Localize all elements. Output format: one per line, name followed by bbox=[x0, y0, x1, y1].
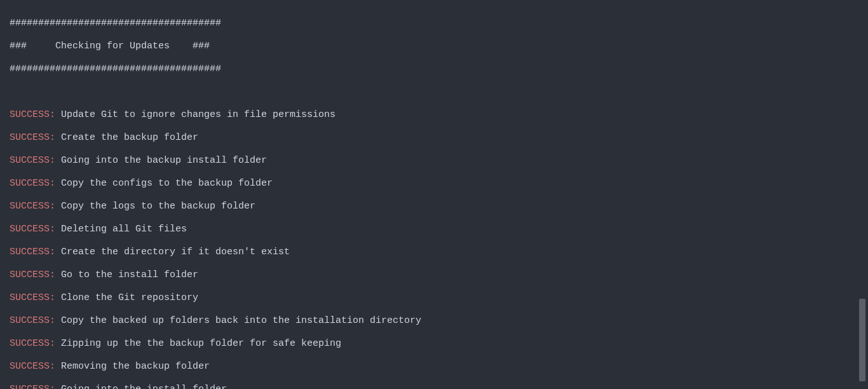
success-label: SUCCESS: bbox=[10, 338, 55, 349]
success-label: SUCCESS: bbox=[10, 247, 55, 257]
terminal-output: ##################################### ##… bbox=[10, 6, 858, 389]
success-message: Removing the backup folder bbox=[55, 361, 210, 372]
success-label: SUCCESS: bbox=[10, 315, 55, 326]
success-label: SUCCESS: bbox=[10, 155, 55, 166]
success-message: Create the backup folder bbox=[55, 132, 198, 143]
success-message: Update Git to ignore changes in file per… bbox=[55, 109, 336, 120]
success-message: Clone the Git repository bbox=[55, 292, 198, 303]
success-label: SUCCESS: bbox=[10, 178, 55, 189]
success-label: SUCCESS: bbox=[10, 224, 55, 235]
success-label: SUCCESS: bbox=[10, 109, 55, 120]
success-message: Zipping up the the backup folder for saf… bbox=[55, 338, 341, 349]
success-label: SUCCESS: bbox=[10, 201, 55, 212]
success-message: Deleting all Git files bbox=[55, 224, 187, 235]
success-message: Going into the install folder bbox=[55, 384, 227, 389]
success-message: Going into the backup install folder bbox=[55, 155, 267, 166]
success-message: Create the directory if it doesn't exist bbox=[55, 247, 290, 257]
banner-title: ### Checking for Updates ### bbox=[10, 41, 210, 51]
success-label: SUCCESS: bbox=[10, 292, 55, 303]
success-label: SUCCESS: bbox=[10, 361, 55, 372]
success-label: SUCCESS: bbox=[10, 384, 55, 389]
success-label: SUCCESS: bbox=[10, 132, 55, 143]
scrollbar-track[interactable] bbox=[859, 0, 867, 389]
success-message: Copy the configs to the backup folder bbox=[55, 178, 273, 189]
success-message: Copy the backed up folders back into the… bbox=[55, 315, 421, 326]
banner-border: ##################################### bbox=[10, 64, 221, 74]
success-message: Go to the install folder bbox=[55, 270, 198, 280]
scrollbar-thumb[interactable] bbox=[859, 299, 865, 381]
banner-border: ##################################### bbox=[10, 18, 221, 29]
success-message: Copy the logs to the backup folder bbox=[55, 201, 255, 212]
success-label: SUCCESS: bbox=[10, 270, 55, 280]
